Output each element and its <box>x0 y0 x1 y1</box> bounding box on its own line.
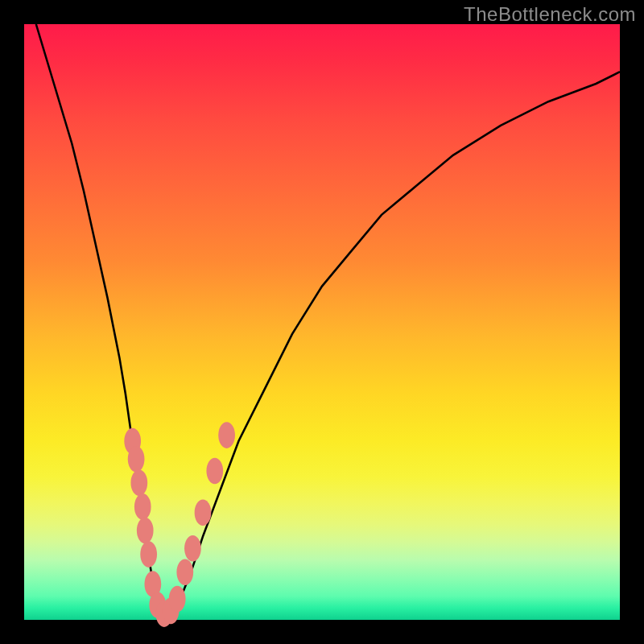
marker-group <box>124 422 235 627</box>
bottleneck-curve <box>36 24 620 617</box>
curve-marker <box>218 422 235 448</box>
curve-marker <box>130 470 147 497</box>
chart-frame: TheBottleneck.com <box>0 0 644 644</box>
curve-marker <box>206 458 223 485</box>
curve-marker <box>176 559 193 586</box>
curve-marker <box>140 541 157 568</box>
curve-marker <box>195 500 212 526</box>
chart-svg <box>24 24 620 620</box>
chart-plot-area <box>24 24 620 620</box>
curve-marker <box>137 518 154 544</box>
curve-marker <box>184 535 201 562</box>
curve-marker <box>169 586 186 613</box>
curve-marker <box>128 446 145 473</box>
watermark-text: TheBottleneck.com <box>464 3 636 26</box>
curve-marker <box>134 493 151 520</box>
